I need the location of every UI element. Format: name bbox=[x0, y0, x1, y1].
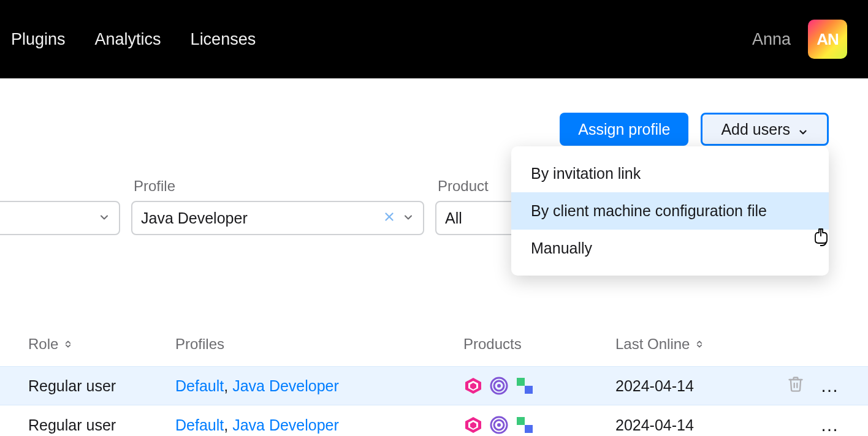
table-row[interactable]: Regular user Default, Java Developer 202… bbox=[0, 405, 868, 436]
add-users-dropdown: By invitation link By client machine con… bbox=[511, 146, 829, 276]
cell-last-online: 2024-04-14 bbox=[615, 416, 775, 434]
svg-rect-16 bbox=[517, 417, 525, 425]
th-profiles-label: Profiles bbox=[175, 336, 224, 352]
cell-role: Regular user bbox=[28, 377, 175, 395]
filter-unknown bbox=[0, 178, 120, 235]
svg-rect-9 bbox=[525, 386, 533, 394]
th-products-label: Products bbox=[463, 336, 522, 352]
cell-role: Regular user bbox=[28, 416, 175, 434]
profile-link-default[interactable]: Default bbox=[175, 377, 224, 394]
table-header: Role Profiles Products Last Online bbox=[0, 336, 868, 353]
cell-profiles: Default, Java Developer bbox=[175, 377, 463, 395]
chevron-down-icon bbox=[402, 209, 414, 227]
th-profiles[interactable]: Profiles bbox=[175, 336, 463, 353]
profile-link-default[interactable]: Default bbox=[175, 416, 224, 434]
more-icon[interactable]: … bbox=[820, 415, 840, 435]
nav-analytics[interactable]: Analytics bbox=[95, 30, 161, 49]
filter-select-left[interactable] bbox=[0, 201, 120, 235]
cell-products bbox=[463, 415, 615, 435]
chevron-down-icon bbox=[798, 124, 809, 135]
nav-bar: Plugins Analytics Licenses bbox=[11, 30, 256, 49]
nav-licenses[interactable]: Licenses bbox=[191, 30, 256, 49]
sort-icon bbox=[63, 339, 73, 349]
product-icon-spiral bbox=[489, 415, 509, 435]
row-actions: … bbox=[775, 415, 840, 435]
sort-icon bbox=[695, 339, 704, 349]
chevron-down-icon bbox=[98, 209, 110, 227]
user-area: Anna AN bbox=[752, 20, 847, 59]
cell-products bbox=[463, 376, 615, 396]
product-icon-blocks bbox=[515, 415, 535, 435]
app-header: Plugins Analytics Licenses Anna AN bbox=[0, 0, 868, 78]
users-table: Role Profiles Products Last Online Regul… bbox=[0, 336, 868, 436]
filter-profile-label: Profile bbox=[134, 178, 424, 195]
th-role-label: Role bbox=[28, 336, 58, 353]
filter-profile-select[interactable]: Java Developer bbox=[131, 201, 424, 235]
profile-link-java[interactable]: Java Developer bbox=[232, 377, 339, 394]
row-actions: … bbox=[775, 375, 840, 396]
product-icon-blocks bbox=[515, 376, 535, 396]
filter-profile-group: Profile Java Developer bbox=[131, 178, 424, 235]
table-row[interactable]: Regular user Default, Java Developer 202… bbox=[0, 366, 868, 405]
assign-profile-button[interactable]: Assign profile bbox=[560, 113, 688, 146]
clear-icon[interactable] bbox=[380, 208, 398, 228]
th-last-online[interactable]: Last Online bbox=[615, 336, 775, 353]
add-users-button[interactable]: Add users bbox=[701, 113, 829, 146]
filter-profile-value: Java Developer bbox=[141, 209, 248, 227]
product-icon-magenta bbox=[463, 376, 483, 396]
th-last-label: Last Online bbox=[615, 336, 690, 353]
svg-point-7 bbox=[497, 384, 501, 388]
assign-profile-label: Assign profile bbox=[578, 121, 670, 138]
svg-rect-17 bbox=[525, 425, 533, 433]
svg-rect-8 bbox=[517, 378, 525, 386]
cell-last-online: 2024-04-14 bbox=[615, 377, 775, 395]
product-icon-spiral bbox=[489, 376, 509, 396]
filter-label-blank bbox=[0, 178, 120, 195]
more-icon[interactable]: … bbox=[820, 375, 840, 396]
product-icon-magenta bbox=[463, 415, 483, 435]
user-name-label[interactable]: Anna bbox=[752, 30, 791, 49]
th-products[interactable]: Products bbox=[463, 336, 615, 353]
th-role[interactable]: Role bbox=[28, 336, 175, 353]
svg-point-15 bbox=[497, 423, 501, 427]
filter-product-value: All bbox=[445, 209, 462, 227]
trash-icon[interactable] bbox=[787, 375, 804, 396]
dropdown-item-invitation[interactable]: By invitation link bbox=[511, 155, 829, 192]
toolbar: Assign profile Add users bbox=[560, 113, 829, 146]
avatar[interactable]: AN bbox=[808, 20, 847, 59]
cell-profiles: Default, Java Developer bbox=[175, 416, 463, 434]
dropdown-item-config-file[interactable]: By client machine configuration file bbox=[511, 192, 829, 230]
dropdown-item-manually[interactable]: Manually bbox=[511, 230, 829, 267]
nav-plugins[interactable]: Plugins bbox=[11, 30, 66, 49]
add-users-label: Add users bbox=[721, 121, 790, 138]
profile-link-java[interactable]: Java Developer bbox=[232, 416, 339, 434]
